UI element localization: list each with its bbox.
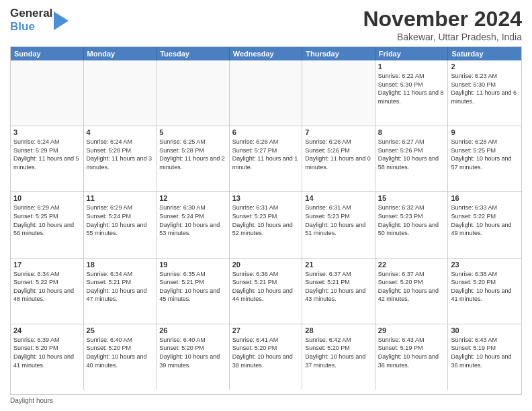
day-info: Sunrise: 6:40 AM Sunset: 5:20 PM Dayligh… bbox=[87, 336, 154, 369]
day-info: Sunrise: 6:38 AM Sunset: 5:20 PM Dayligh… bbox=[451, 270, 519, 304]
day-number: 14 bbox=[305, 194, 372, 202]
day-info: Sunrise: 6:24 AM Sunset: 5:29 PM Dayligh… bbox=[13, 138, 81, 171]
day-cell: 25Sunrise: 6:40 AM Sunset: 5:20 PM Dayli… bbox=[84, 324, 157, 390]
day-number: 23 bbox=[451, 261, 519, 269]
month-title: November 2024 bbox=[363, 7, 522, 32]
day-cell: 1Sunrise: 6:22 AM Sunset: 5:30 PM Daylig… bbox=[375, 60, 449, 126]
day-info: Sunrise: 6:23 AM Sunset: 5:30 PM Dayligh… bbox=[451, 72, 519, 105]
weekday-header: Sunday bbox=[11, 47, 84, 60]
day-cell: 5Sunrise: 6:25 AM Sunset: 5:28 PM Daylig… bbox=[157, 126, 230, 191]
day-cell: 30Sunrise: 6:43 AM Sunset: 5:19 PM Dayli… bbox=[448, 324, 521, 390]
weekday-header: Tuesday bbox=[157, 47, 230, 60]
logo-general-text: General bbox=[10, 7, 52, 20]
calendar-header: SundayMondayTuesdayWednesdayThursdayFrid… bbox=[11, 47, 521, 60]
day-number: 25 bbox=[87, 326, 154, 334]
day-info: Sunrise: 6:29 AM Sunset: 5:24 PM Dayligh… bbox=[87, 203, 154, 237]
logo-name: General Blue bbox=[10, 7, 52, 34]
day-cell: 24Sunrise: 6:39 AM Sunset: 5:20 PM Dayli… bbox=[11, 324, 84, 390]
day-number: 1 bbox=[378, 62, 445, 71]
day-cell: 29Sunrise: 6:43 AM Sunset: 5:19 PM Dayli… bbox=[375, 324, 449, 390]
day-number: 21 bbox=[305, 261, 372, 269]
day-info: Sunrise: 6:43 AM Sunset: 5:19 PM Dayligh… bbox=[378, 336, 445, 369]
day-cell: 17Sunrise: 6:34 AM Sunset: 5:22 PM Dayli… bbox=[11, 259, 84, 324]
calendar-body: 1Sunrise: 6:22 AM Sunset: 5:30 PM Daylig… bbox=[11, 60, 521, 390]
day-number: 2 bbox=[451, 62, 519, 71]
calendar-week-row: 1Sunrise: 6:22 AM Sunset: 5:30 PM Daylig… bbox=[11, 60, 521, 126]
day-number: 18 bbox=[87, 261, 154, 269]
day-cell: 28Sunrise: 6:42 AM Sunset: 5:20 PM Dayli… bbox=[302, 324, 375, 390]
day-number: 4 bbox=[87, 128, 154, 136]
day-cell: 16Sunrise: 6:33 AM Sunset: 5:22 PM Dayli… bbox=[448, 192, 521, 257]
day-number: 11 bbox=[87, 194, 154, 202]
day-number: 26 bbox=[159, 326, 226, 334]
day-info: Sunrise: 6:39 AM Sunset: 5:20 PM Dayligh… bbox=[13, 336, 81, 369]
calendar: SundayMondayTuesdayWednesdayThursdayFrid… bbox=[10, 46, 522, 395]
day-cell: 3Sunrise: 6:24 AM Sunset: 5:29 PM Daylig… bbox=[11, 126, 84, 191]
day-number: 5 bbox=[159, 128, 226, 136]
day-info: Sunrise: 6:37 AM Sunset: 5:21 PM Dayligh… bbox=[305, 270, 372, 304]
day-info: Sunrise: 6:24 AM Sunset: 5:28 PM Dayligh… bbox=[87, 138, 154, 171]
weekday-header: Saturday bbox=[448, 47, 521, 60]
day-cell: 18Sunrise: 6:34 AM Sunset: 5:21 PM Dayli… bbox=[84, 259, 157, 324]
day-number: 10 bbox=[13, 194, 81, 202]
day-cell: 9Sunrise: 6:28 AM Sunset: 5:25 PM Daylig… bbox=[448, 126, 521, 191]
title-section: November 2024 Bakewar, Uttar Pradesh, In… bbox=[363, 7, 522, 42]
weekday-header: Wednesday bbox=[230, 47, 303, 60]
day-number: 3 bbox=[13, 128, 81, 136]
day-cell: 7Sunrise: 6:26 AM Sunset: 5:26 PM Daylig… bbox=[302, 126, 375, 191]
day-cell: 27Sunrise: 6:41 AM Sunset: 5:20 PM Dayli… bbox=[230, 324, 303, 390]
footer-note: Daylight hours bbox=[10, 397, 522, 404]
day-cell: 23Sunrise: 6:38 AM Sunset: 5:20 PM Dayli… bbox=[448, 259, 521, 324]
day-info: Sunrise: 6:34 AM Sunset: 5:21 PM Dayligh… bbox=[87, 270, 154, 304]
day-cell: 6Sunrise: 6:26 AM Sunset: 5:27 PM Daylig… bbox=[230, 126, 303, 191]
day-number: 27 bbox=[232, 326, 300, 334]
weekday-header: Friday bbox=[375, 47, 449, 60]
calendar-week-row: 24Sunrise: 6:39 AM Sunset: 5:20 PM Dayli… bbox=[11, 324, 521, 390]
empty-day-cell bbox=[157, 60, 230, 126]
day-info: Sunrise: 6:37 AM Sunset: 5:20 PM Dayligh… bbox=[378, 270, 445, 304]
logo-icon bbox=[54, 11, 69, 33]
day-number: 15 bbox=[378, 194, 445, 202]
day-info: Sunrise: 6:28 AM Sunset: 5:25 PM Dayligh… bbox=[451, 138, 519, 171]
day-cell: 8Sunrise: 6:27 AM Sunset: 5:26 PM Daylig… bbox=[375, 126, 449, 191]
day-cell: 21Sunrise: 6:37 AM Sunset: 5:21 PM Dayli… bbox=[302, 259, 375, 324]
day-number: 8 bbox=[378, 128, 445, 136]
day-cell: 11Sunrise: 6:29 AM Sunset: 5:24 PM Dayli… bbox=[84, 192, 157, 257]
day-cell: 2Sunrise: 6:23 AM Sunset: 5:30 PM Daylig… bbox=[448, 60, 521, 126]
day-info: Sunrise: 6:22 AM Sunset: 5:30 PM Dayligh… bbox=[378, 72, 445, 105]
day-number: 12 bbox=[159, 194, 226, 202]
day-number: 29 bbox=[378, 326, 445, 334]
empty-day-cell bbox=[230, 60, 303, 126]
day-info: Sunrise: 6:42 AM Sunset: 5:20 PM Dayligh… bbox=[305, 336, 372, 369]
day-info: Sunrise: 6:34 AM Sunset: 5:22 PM Dayligh… bbox=[13, 270, 81, 304]
day-cell: 19Sunrise: 6:35 AM Sunset: 5:21 PM Dayli… bbox=[157, 259, 230, 324]
day-number: 9 bbox=[451, 128, 519, 136]
day-info: Sunrise: 6:25 AM Sunset: 5:28 PM Dayligh… bbox=[159, 138, 226, 171]
day-cell: 14Sunrise: 6:31 AM Sunset: 5:23 PM Dayli… bbox=[302, 192, 375, 257]
day-number: 7 bbox=[305, 128, 372, 136]
day-info: Sunrise: 6:31 AM Sunset: 5:23 PM Dayligh… bbox=[232, 203, 300, 237]
day-cell: 13Sunrise: 6:31 AM Sunset: 5:23 PM Dayli… bbox=[230, 192, 303, 257]
day-number: 22 bbox=[378, 261, 445, 269]
day-number: 19 bbox=[159, 261, 226, 269]
day-cell: 20Sunrise: 6:36 AM Sunset: 5:21 PM Dayli… bbox=[230, 259, 303, 324]
calendar-week-row: 17Sunrise: 6:34 AM Sunset: 5:22 PM Dayli… bbox=[11, 259, 521, 324]
day-info: Sunrise: 6:35 AM Sunset: 5:21 PM Dayligh… bbox=[159, 270, 226, 304]
day-cell: 12Sunrise: 6:30 AM Sunset: 5:24 PM Dayli… bbox=[157, 192, 230, 257]
day-info: Sunrise: 6:40 AM Sunset: 5:20 PM Dayligh… bbox=[159, 336, 226, 369]
day-number: 28 bbox=[305, 326, 372, 334]
logo: General Blue bbox=[10, 7, 69, 34]
day-cell: 4Sunrise: 6:24 AM Sunset: 5:28 PM Daylig… bbox=[84, 126, 157, 191]
logo-blue-text: Blue bbox=[10, 20, 52, 34]
day-number: 16 bbox=[451, 194, 519, 202]
day-info: Sunrise: 6:32 AM Sunset: 5:23 PM Dayligh… bbox=[378, 203, 445, 237]
day-number: 13 bbox=[232, 194, 300, 202]
empty-day-cell bbox=[11, 60, 84, 126]
location: Bakewar, Uttar Pradesh, India bbox=[363, 32, 522, 42]
day-cell: 22Sunrise: 6:37 AM Sunset: 5:20 PM Dayli… bbox=[375, 259, 449, 324]
day-info: Sunrise: 6:36 AM Sunset: 5:21 PM Dayligh… bbox=[232, 270, 300, 304]
day-cell: 10Sunrise: 6:29 AM Sunset: 5:25 PM Dayli… bbox=[11, 192, 84, 257]
day-info: Sunrise: 6:26 AM Sunset: 5:26 PM Dayligh… bbox=[305, 138, 372, 171]
empty-day-cell bbox=[84, 60, 157, 126]
day-number: 20 bbox=[232, 261, 300, 269]
